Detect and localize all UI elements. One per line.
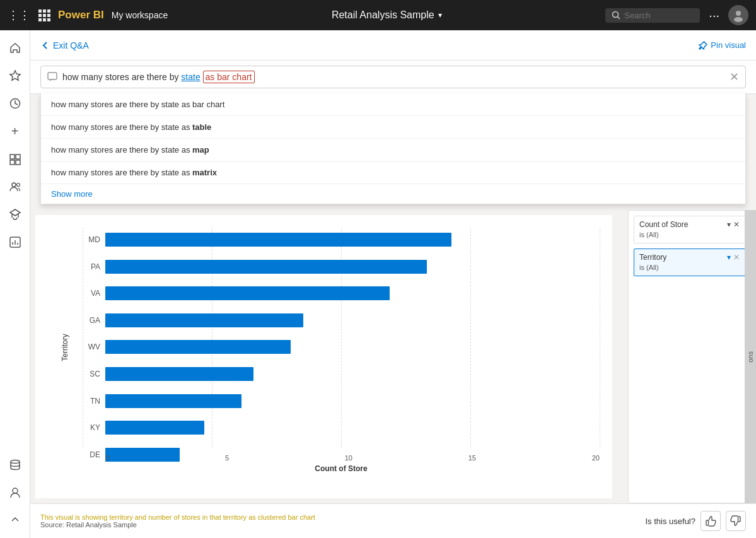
suggestion-item-4[interactable]: how many stores are there by state as ma… — [41, 161, 745, 184]
waffle-icon[interactable] — [38, 9, 50, 21]
sidebar-item-learn[interactable] — [3, 202, 28, 227]
suggestion-item-1[interactable]: how many stores are there by state as ba… — [41, 93, 745, 116]
svg-rect-18 — [16, 160, 20, 165]
top-nav: ⋮⋮ Power BI My workspace Retail Analysis… — [0, 0, 756, 30]
bar-chart: MD PA VA — [83, 228, 600, 467]
qa-clear-button[interactable]: ✕ — [730, 70, 739, 84]
filter-value-territory: is (All) — [639, 264, 659, 271]
bar-fill-tn[interactable] — [105, 394, 241, 408]
filter-expand-count-store[interactable]: ▾ — [727, 220, 731, 229]
bar-fill-ky[interactable] — [105, 421, 204, 435]
bar-fill-pa[interactable] — [105, 260, 427, 274]
bar-label-md: MD — [83, 235, 100, 244]
bar-row-pa: PA — [83, 258, 600, 276]
qa-input-wrapper: how many stores are there by state as ba… — [40, 66, 746, 88]
qa-input-area: how many stores are there by state as ba… — [30, 61, 756, 94]
filter-expand-territory[interactable]: ▾ — [727, 253, 731, 262]
svg-rect-6 — [38, 18, 42, 21]
sidebar-item-data[interactable] — [3, 452, 28, 477]
filter-item-territory: Territory ▾ ✕ is (All) — [634, 249, 745, 276]
sidebar-item-people[interactable] — [3, 174, 28, 199]
filter-item-count-store: Count of Store ▾ ✕ is (All) — [634, 216, 745, 243]
sidebar-item-browse[interactable] — [3, 146, 28, 172]
bar-fill-wv[interactable] — [105, 340, 291, 354]
x-axis-label: Count of Store — [315, 464, 367, 473]
filter-clear-territory[interactable]: ✕ — [733, 253, 740, 262]
svg-rect-5 — [47, 14, 50, 17]
suggestion-text-2a: how many stores are there by state as — [51, 122, 192, 132]
sidebar-item-profile[interactable] — [3, 480, 28, 505]
qa-prefix: how many stores are there by — [62, 72, 181, 82]
suggestions-dropdown: how many stores are there by state as ba… — [40, 93, 746, 204]
svg-rect-29 — [706, 520, 709, 525]
bar-track-sc — [105, 367, 600, 381]
svg-point-27 — [13, 488, 18, 493]
svg-point-19 — [12, 183, 16, 187]
svg-point-12 — [734, 17, 743, 22]
avatar[interactable] — [728, 5, 748, 25]
bottom-info-line2: Source: Retail Analysis Sample — [40, 521, 315, 529]
filter-actions-territory: ▾ ✕ — [727, 253, 740, 262]
pin-visual-button[interactable]: Pin visual — [698, 40, 746, 50]
search-box[interactable] — [605, 8, 700, 23]
bar-fill-sc[interactable] — [105, 367, 253, 381]
useful-label: Is this useful? — [646, 517, 696, 526]
grid-icon[interactable]: ⋮⋮ — [8, 8, 30, 22]
sidebar-item-expand[interactable] — [3, 508, 28, 533]
sub-header: Exit Q&A Pin visual — [30, 30, 756, 61]
bar-row-md: MD — [83, 231, 600, 249]
bar-label-ga: GA — [83, 316, 100, 325]
exit-qa-button[interactable]: Exit Q&A — [40, 40, 89, 50]
filter-header-count-store: Count of Store ▾ ✕ — [639, 220, 740, 229]
bar-label-pa: PA — [83, 262, 100, 271]
show-more-button[interactable]: Show more — [41, 184, 745, 204]
suggestion-item-3[interactable]: how many stores are there by state as ma… — [41, 139, 745, 161]
x-axis: 0 5 10 15 20 — [105, 454, 600, 462]
sidebar-item-create[interactable]: + — [3, 119, 28, 144]
report-title: Retail Analysis Sample — [332, 9, 434, 21]
vertical-tab[interactable]: ons — [745, 210, 756, 503]
bar-fill-va[interactable] — [105, 286, 390, 300]
sidebar-item-favorites[interactable] — [3, 63, 28, 88]
sidebar-item-recent[interactable] — [3, 91, 28, 116]
filter-title-territory: Territory — [639, 253, 666, 262]
svg-point-9 — [613, 12, 619, 18]
x-tick-0: 0 — [105, 454, 109, 462]
svg-rect-2 — [47, 9, 50, 13]
bar-row-tn: TN — [83, 392, 600, 410]
bar-track-va — [105, 286, 600, 300]
sidebar-item-home[interactable] — [3, 35, 28, 61]
bottom-info: This visual is showing territory and num… — [40, 513, 315, 529]
search-input[interactable] — [624, 11, 681, 20]
search-icon — [612, 11, 620, 20]
sidebar-item-metrics[interactable] — [3, 230, 28, 255]
svg-line-10 — [618, 17, 620, 20]
more-options-button[interactable]: ··· — [705, 8, 723, 23]
title-area: Retail Analysis Sample ▾ — [173, 9, 600, 21]
svg-rect-0 — [38, 9, 42, 13]
qa-input-text[interactable]: how many stores are there by state as ba… — [62, 72, 724, 82]
thumbs-up-button[interactable] — [701, 511, 721, 531]
x-tick-20: 20 — [592, 454, 600, 462]
suggestion-item-2[interactable]: how many stores are there by state as ta… — [41, 116, 745, 139]
useful-area: Is this useful? — [646, 511, 747, 531]
thumbs-down-button[interactable] — [726, 511, 746, 531]
bar-track-tn — [105, 394, 600, 408]
chart-container: Territory MD PA — [35, 215, 612, 498]
bar-label-wv: WV — [83, 342, 100, 351]
bar-fill-ga[interactable] — [105, 313, 303, 327]
filter-clear-count-store[interactable]: ✕ — [733, 220, 740, 229]
bar-fill-md[interactable] — [105, 233, 451, 247]
workspace-label[interactable]: My workspace — [112, 10, 168, 20]
x-tick-15: 15 — [468, 454, 476, 462]
svg-rect-17 — [10, 160, 15, 165]
svg-rect-4 — [43, 14, 46, 17]
svg-rect-1 — [43, 9, 46, 13]
x-tick-10: 10 — [345, 454, 352, 462]
filter-panel: Count of Store ▾ ✕ is (All) Territory ▾ … — [628, 210, 751, 503]
svg-rect-15 — [10, 155, 15, 159]
suggestion-bold-4: matrix — [192, 168, 217, 177]
report-title-chevron[interactable]: ▾ — [438, 11, 442, 20]
bar-label-va: VA — [83, 289, 100, 298]
bar-label-sc: SC — [83, 370, 100, 378]
